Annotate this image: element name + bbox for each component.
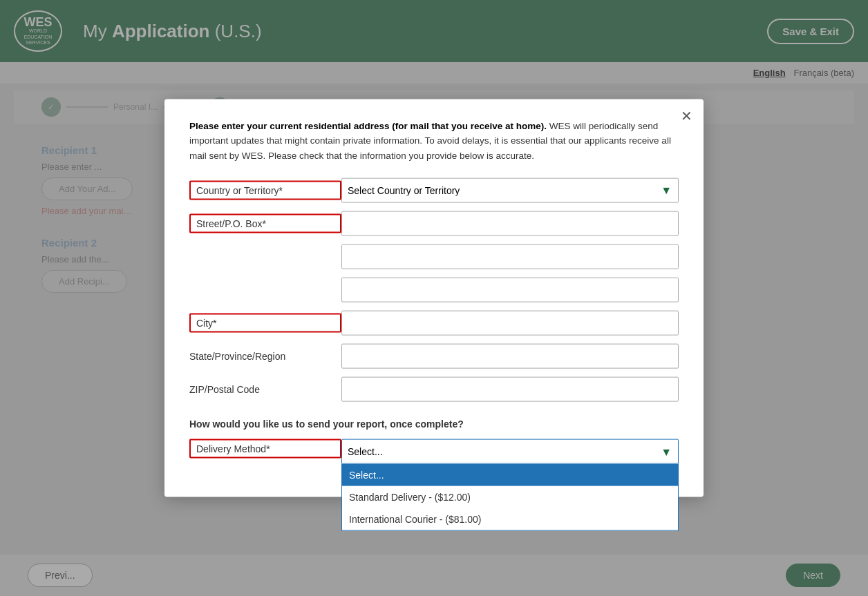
city-label: City* [189, 314, 341, 333]
delivery-dropdown-list: Select... Standard Delivery - ($12.00) I… [341, 464, 679, 531]
street-label: Street/P.O. Box* [189, 214, 341, 233]
city-row: City* [189, 311, 679, 336]
delivery-option-standard[interactable]: Standard Delivery - ($12.00) [342, 486, 678, 508]
zip-row: ZIP/Postal Code [189, 377, 679, 402]
country-select-wrapper: Select Country or Territory ▼ [341, 178, 679, 203]
country-label: Country or Territory* [189, 181, 341, 200]
delivery-select-value: Select... [348, 446, 383, 457]
street-row: Street/P.O. Box* [189, 211, 679, 236]
state-row: State/Province/Region [189, 344, 679, 369]
address3-input[interactable] [341, 278, 679, 302]
zip-label: ZIP/Postal Code [189, 384, 341, 395]
state-label: State/Province/Region [189, 351, 341, 362]
modal-notice: Please enter your current residential ad… [189, 118, 679, 163]
delivery-row: Delivery Method* Select... ▼ Select... S… [189, 439, 679, 464]
country-row: Country or Territory* Select Country or … [189, 178, 679, 203]
address-modal: ✕ Please enter your current residential … [164, 99, 704, 497]
delivery-heading: How would you like us to send your repor… [189, 419, 679, 430]
modal-close-button[interactable]: ✕ [681, 107, 692, 124]
street-input[interactable] [341, 211, 679, 236]
zip-input[interactable] [341, 377, 679, 402]
city-input[interactable] [341, 311, 679, 336]
delivery-option-international[interactable]: International Courier - ($81.00) [342, 508, 678, 530]
delivery-select-field[interactable]: Select... [341, 439, 679, 464]
address2-input[interactable] [341, 244, 679, 269]
delivery-option-select[interactable]: Select... [342, 464, 678, 486]
delivery-select-wrapper: Select... ▼ Select... Standard Delivery … [341, 439, 679, 464]
notice-bold: Please enter your current residential ad… [189, 120, 547, 131]
delivery-chevron-icon: ▼ [661, 446, 672, 459]
delivery-label: Delivery Method* [189, 439, 341, 459]
address2-row [341, 244, 679, 269]
country-select[interactable]: Select Country or Territory [341, 178, 679, 203]
address3-row [341, 278, 679, 302]
state-input[interactable] [341, 344, 679, 369]
